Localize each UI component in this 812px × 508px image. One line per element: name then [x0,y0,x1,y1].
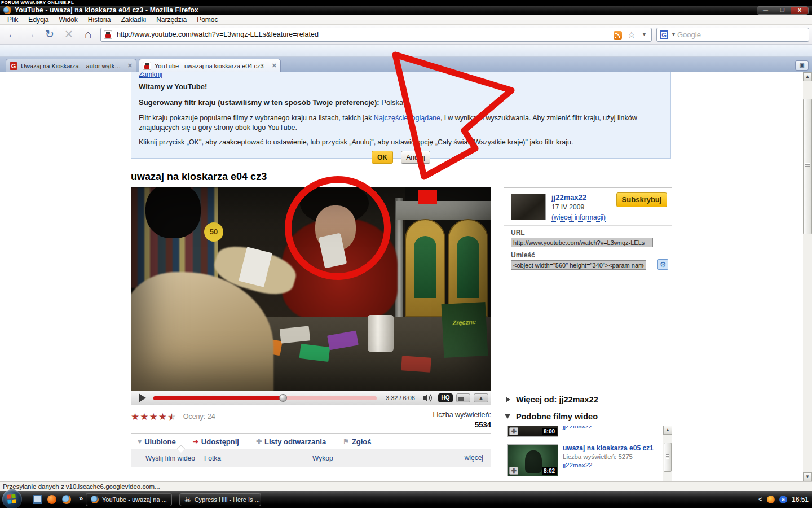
fullscreen-button[interactable]: ▲ [474,393,488,402]
video-thumbnail[interactable]: ✚ 8:00 [508,426,558,437]
notice-title: Witamy w YouTube! [139,82,663,91]
scrubber-handle[interactable] [279,394,287,402]
most-viewed-link[interactable]: Najczęściej oglądane [374,114,440,122]
embed-code-field[interactable] [511,260,646,270]
playlists-button[interactable]: ✚ Listy odtwarzania [256,437,326,446]
messenger-icon[interactable] [47,495,56,504]
tray-collapse-icon[interactable]: < [758,496,762,503]
menu-historia[interactable]: Historia [83,16,116,24]
related-videos-section-header[interactable]: Podobne filmy wideo [504,412,598,421]
video-thumbnail[interactable]: ✚ 8:02 [508,444,558,476]
quicklaunch-overflow-icon[interactable]: » [79,494,83,502]
share-option-email[interactable]: Wyślij film wideo [145,454,195,462]
share-more-link[interactable]: więcej [465,454,483,462]
notice-subtitle-bold: Sugerowany filtr kraju (ustawiliśmy w te… [139,98,379,107]
subscribe-button[interactable]: Subskrybuj [616,192,667,207]
embed-field-label: Umieść [511,251,535,259]
taskbar-button-youtube[interactable]: YouTube - uwazaj na ... [86,493,172,506]
search-engine-dropdown-icon[interactable]: ▼ [671,32,676,37]
upload-date: 17 IV 2009 [551,203,584,211]
menu-plik[interactable]: Plik [2,16,23,24]
menu-narzedzia[interactable]: Narzędzia [151,16,192,24]
uploader-box: jj22max22 17 IV 2009 (więcej informacji)… [504,187,672,275]
show-desktop-icon[interactable] [33,495,42,504]
share-option-wykop[interactable]: Wykop [312,454,333,462]
add-to-playlist-icon[interactable]: ✚ [509,427,518,435]
star-half-icon[interactable]: ★★ [167,411,176,422]
scrollbar-thumb[interactable] [803,99,812,234]
list-scrollbar[interactable]: ▲ ▼ [663,426,672,481]
share-button[interactable]: ➜ Udostępnij [193,437,239,446]
gadu-gadu-tray-icon[interactable] [767,496,775,503]
flag-button[interactable]: ⚑ Zgłoś [343,437,371,446]
tab-close-icon[interactable]: ✕ [127,62,133,69]
menu-pomoc[interactable]: Pomoc [192,16,223,24]
tab-forum[interactable]: G Uważaj na Kioskarza. - autor wątku:...… [6,59,136,72]
start-button[interactable] [2,489,22,508]
scroll-up-icon[interactable]: ▲ [663,426,672,435]
rss-icon[interactable] [614,31,622,40]
video-player[interactable]: 50 Zręczne [131,187,491,405]
action-label: Ulubione [144,437,176,446]
url-text[interactable]: http://www.youtube.com/watch?v=L3wnqz-LE… [117,30,319,38]
bookmark-star-icon[interactable]: ☆ [628,29,636,40]
video-screen[interactable]: 50 Zręczne [131,187,491,391]
section-label: Podobne filmy wideo [516,412,598,421]
search-input[interactable] [677,29,801,40]
home-icon[interactable]: ⌂ [80,26,96,43]
embed-options-gear-icon[interactable]: ⚙ [657,259,668,270]
more-info-link[interactable]: (więcej informacji) [551,213,606,222]
related-video-title[interactable]: uwazaj na kioskarza e05 cz1 [563,444,654,452]
menu-zakladki[interactable]: Zakładki [116,16,151,24]
progress-bar[interactable] [153,396,377,400]
screen-size-button[interactable] [456,393,470,402]
uploader-name-link[interactable]: jj22max22 [551,193,586,202]
tab-close-icon[interactable]: ✕ [272,62,277,69]
scroll-down-icon[interactable]: ▼ [803,472,812,481]
taskbar-button-winamp[interactable]: ☠ Cypress Hill - Here Is ... [179,493,261,506]
navigation-toolbar: ← → ↻ ✕ ⌂ http://www.youtube.com/watch?v… [0,25,812,45]
stop-icon[interactable]: ✕ [61,26,77,43]
channel-link[interactable]: jj22max22 [563,426,592,430]
firefox-quicklaunch-icon[interactable] [62,495,71,504]
volume-icon[interactable] [423,394,433,402]
url-dropdown-icon[interactable]: ▼ [642,32,647,37]
hq-button[interactable]: HQ [438,393,453,402]
windows-logo-icon [7,494,17,504]
ok-button[interactable]: OK [372,151,393,164]
menu-widok[interactable]: Widok [54,16,82,24]
uploader-avatar[interactable] [511,194,546,220]
google-icon[interactable]: G [660,30,668,39]
add-to-playlist-icon[interactable]: ✚ [509,467,518,475]
share-option-fotka[interactable]: Fotka [204,454,221,462]
menu-edycja[interactable]: Edycja [23,16,54,24]
back-icon[interactable]: ← [5,26,20,43]
reload-icon[interactable]: ↻ [42,26,58,43]
player-controls: 3:32 / 6:06 HQ ▲ [131,391,491,405]
tab-youtube[interactable]: YouTube - uwazaj na kioskarza e04 cz3 ✕ [139,59,281,72]
close-button[interactable]: X [791,7,808,14]
time-display: 3:32 / 6:06 [386,395,415,401]
scroll-up-icon[interactable]: ▲ [803,72,812,81]
url-bar[interactable]: http://www.youtube.com/watch?v=L3wnqz-LE… [100,28,652,42]
bookmarks-bar [0,45,812,57]
forward-icon[interactable]: → [23,26,38,43]
scrollbar-thumb[interactable] [664,443,672,472]
star-icon[interactable]: ★★★★ [131,411,167,422]
play-button[interactable] [139,393,146,402]
video-url-field[interactable] [511,238,653,247]
favorite-button[interactable]: ♥ Ulubione [138,437,176,446]
channel-link[interactable]: jj22max22 [563,462,592,468]
notice-close-link[interactable]: Zamknij [139,72,663,78]
list-all-tabs-icon[interactable]: ▣ [795,60,809,71]
flag-icon: ⚑ [343,437,349,445]
taskbar-clock: 16:51 [792,496,809,503]
minimize-button[interactable]: — [757,7,774,14]
tab-label: YouTube - uwazaj na kioskarza e04 cz3 [155,63,268,69]
page-scrollbar[interactable]: ▲ ▼ [803,72,812,481]
more-from-section-header[interactable]: Więcej od: jj22max22 [504,395,598,404]
restore-button[interactable]: ❐ [774,7,791,14]
rating-count: Oceny: 24 [183,413,215,421]
cancel-button[interactable]: Anuluj [401,151,430,164]
aqq-tray-icon[interactable]: a [779,496,787,503]
